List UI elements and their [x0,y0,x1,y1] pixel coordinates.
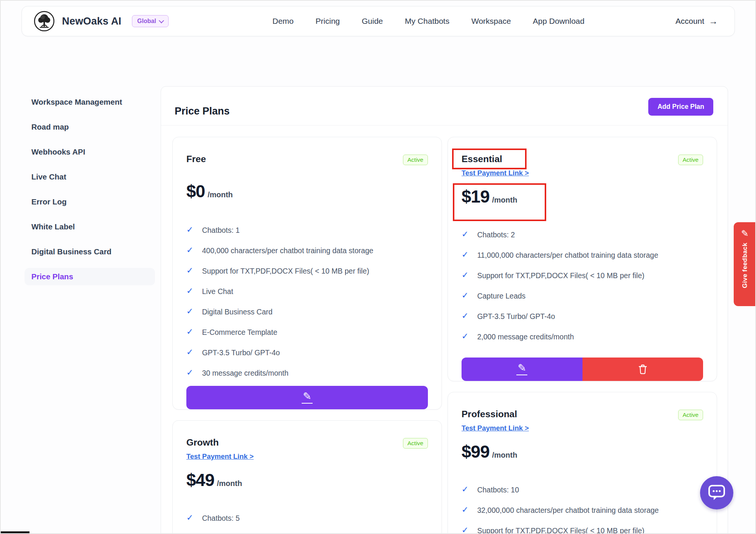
check-icon: ✓ [186,368,193,377]
feature-text: GPT-3.5 Turbo/ GPT-4o [477,311,555,321]
check-icon: ✓ [186,246,193,255]
nav-link[interactable]: Pricing [316,17,340,26]
add-price-plan-button[interactable]: Add Price Plan [648,98,713,116]
test-payment-link[interactable]: Test Payment Link > [462,169,529,177]
check-icon: ✓ [462,485,468,494]
plan-card: Professional Active Test Payment Link > … [448,392,717,534]
region-selector[interactable]: Global [132,15,169,27]
feature-row: ✓ Support for TXT,PDF,DOCX Files( < 10 M… [186,266,428,276]
screen-edge-artifact [0,531,29,534]
delete-plan-button[interactable] [582,358,703,381]
account-label: Account [675,17,704,26]
feature-text: E-Commerce Template [202,327,277,337]
feature-row: ✓ 400,000 characters/per chatbot trainin… [186,246,428,255]
brand: NewOaks AI Global [33,10,169,32]
plan-price-row: $19 /month [462,183,703,213]
status-badge: Active [678,410,703,420]
feature-row: ✓ Capture Leads [462,291,703,301]
feature-row: ✓ Chatbots: 1 [186,225,428,235]
check-icon: ✓ [186,266,193,275]
feature-row: ✓ 11,000,000 characters/per chatbot trai… [462,250,703,260]
check-icon: ✓ [186,513,193,522]
plan-price: $49 [186,467,214,493]
feature-text: Chatbots: 10 [477,485,519,495]
feature-row: ✓ 30 message credits/month [186,368,428,378]
edit-pencil-icon: ✎ [302,392,313,404]
feature-text: Live Chat [202,286,233,296]
edit-pencil-icon: ✎ [516,363,527,375]
feature-list: ✓ Chatbots: 10 ✓ 32,000,000 characters/p… [462,485,703,534]
feature-text: Support for TXT,PDF,DOCX Files( < 10 MB … [477,526,644,534]
test-payment-link[interactable]: Test Payment Link > [186,452,254,461]
feature-list: ✓ Chatbots: 1 ✓ 400,000 characters/per c… [186,225,428,378]
price-plans-panel: Price Plans Add Price Plan Free Active $… [161,86,728,534]
status-badge: Active [678,155,703,165]
plan-card: Growth Active Test Payment Link > $49 /m… [172,420,442,534]
feature-text: 11,000,000 characters/per chatbot traini… [477,250,658,260]
sidebar-item[interactable]: Road map [25,118,155,136]
feature-row: ✓ Chatbots: 5 [186,513,428,523]
feature-text: Support for TXT,PDF,DOCX Files( < 10 MB … [202,266,369,276]
nav-link[interactable]: App Download [533,17,585,26]
feature-text: Capture Leads [477,291,525,301]
page-title: Price Plans [175,105,230,117]
check-icon: ✓ [462,230,468,239]
check-icon: ✓ [462,311,468,320]
edit-plan-button[interactable]: ✎ [186,386,428,409]
feature-text: GPT-3.5 Turbo/ GPT-4o [202,348,280,358]
nav-link[interactable]: My Chatbots [405,17,449,26]
check-icon: ✓ [186,327,193,336]
sidebar-item[interactable]: Workspace Management [25,93,155,111]
test-payment-link[interactable]: Test Payment Link > [462,424,529,432]
check-icon: ✓ [186,225,193,234]
plan-period: /month [208,181,233,208]
nav-link[interactable]: Demo [273,17,294,26]
plan-card-header: Free Active [186,154,428,165]
sidebar-item[interactable]: Webhooks API [25,143,155,161]
brand-name: NewOaks AI [62,15,121,27]
feature-text: Support for TXT,PDF,DOCX Files( < 10 MB … [477,271,644,280]
feature-row: ✓ GPT-3.5 Turbo/ GPT-4o [186,348,428,358]
feature-row: ✓ Live Chat [186,286,428,296]
plan-name: Essential [462,154,502,164]
plan-card-header: Essential Active [462,154,703,165]
feature-list: ✓ Chatbots: 5 ✓ 11,000,000 characters/pe… [186,513,428,534]
check-icon: ✓ [186,307,193,316]
feature-row: ✓ Digital Business Card [186,307,428,317]
feature-text: 400,000 characters/per chatbot training … [202,246,373,255]
nav-link[interactable]: Guide [362,17,383,26]
plan-name: Growth [186,437,219,448]
sidebar-item[interactable]: White Label [25,218,155,235]
plan-price: $0 [186,178,205,204]
sidebar-item[interactable]: Live Chat [25,168,155,186]
arrow-right-icon: → [709,17,718,26]
status-badge: Active [403,438,428,449]
top-navbar: NewOaks AI Global DemoPricingGuideMy Cha… [22,6,735,36]
status-badge: Active [403,155,428,165]
plan-actions: ✎ [186,386,428,409]
feature-text: Digital Business Card [202,307,272,317]
account-button[interactable]: Account → [673,16,720,26]
plan-period: /month [492,442,517,468]
nav-link[interactable]: Workspace [471,17,511,26]
feature-text: 32,000,000 characters/per chatbot traini… [477,505,658,515]
feature-row: ✓ Support for TXT,PDF,DOCX Files( < 10 M… [462,271,703,280]
feature-row: ✓ Support for TXT,PDF,DOCX Files( < 10 M… [462,526,703,534]
plan-grid: Free Active $0 /month ✓ Chatbots: 1 ✓ 40… [161,125,728,534]
feedback-label: Give feedback [741,243,749,288]
trash-icon [638,364,648,375]
edit-plan-button[interactable]: ✎ [462,358,582,381]
feature-text: 2,000 message credits/month [477,332,574,342]
plan-card-header: Professional Active [462,409,703,420]
plan-column-right: Essential Active Test Payment Link > $19… [448,137,717,534]
plan-card: Free Active $0 /month ✓ Chatbots: 1 ✓ 40… [172,137,442,410]
plan-name: Free [186,154,206,164]
feature-text: Chatbots: 1 [202,225,240,235]
sidebar-item[interactable]: Error Log [25,193,155,211]
sidebar-item[interactable]: Price Plans [25,268,155,285]
plan-price: $99 [462,438,490,465]
sidebar-item[interactable]: Digital Business Card [25,243,155,260]
chat-bubble-icon [708,484,725,501]
chat-launcher-button[interactable] [700,476,733,509]
give-feedback-tab[interactable]: ✎ Give feedback [734,222,756,306]
